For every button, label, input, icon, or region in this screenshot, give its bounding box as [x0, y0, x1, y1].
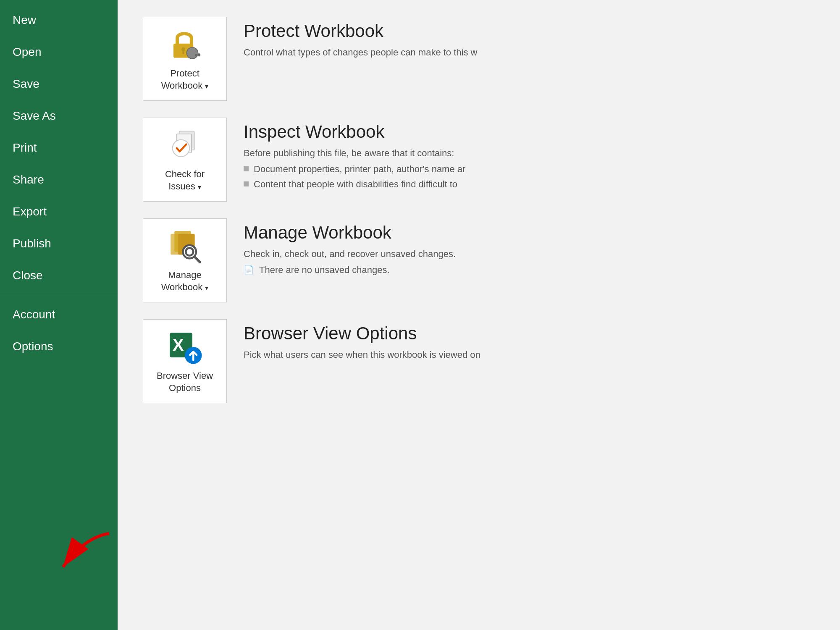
svg-point-5 [181, 47, 185, 51]
svg-rect-6 [182, 51, 184, 54]
svg-rect-3 [198, 54, 201, 57]
manage-workbook-label: ManageWorkbook ▾ [161, 269, 209, 293]
sidebar-item-save-as[interactable]: Save As [0, 100, 118, 132]
inspect-workbook-section: Check forIssues ▾ Inspect Workbook Befor… [143, 118, 815, 202]
lock-icon [166, 26, 204, 63]
protect-workbook-desc: Control what types of changes people can… [244, 47, 815, 58]
check-for-issues-label: Check forIssues ▾ [165, 168, 205, 192]
sidebar-item-close[interactable]: Close [0, 260, 118, 291]
sidebar-divider [0, 295, 118, 295]
sidebar-item-new[interactable]: New [0, 4, 118, 36]
manage-workbook-title: Manage Workbook [244, 223, 815, 243]
doc-icon: 📄 [244, 265, 254, 275]
sidebar-item-print[interactable]: Print [0, 132, 118, 164]
protect-workbook-button[interactable]: ProtectWorkbook ▾ [143, 17, 227, 101]
inspect-workbook-desc: Before publishing this file, be aware th… [244, 148, 815, 159]
main-content: ProtectWorkbook ▾ Protect Workbook Contr… [118, 0, 840, 630]
browser-view-desc: Pick what users can see when this workbo… [244, 349, 815, 360]
browser-view-label: Browser ViewOptions [157, 370, 213, 394]
browser-view-title: Browser View Options [244, 323, 815, 344]
sidebar-item-open[interactable]: Open [0, 36, 118, 68]
sidebar-item-save[interactable]: Save [0, 68, 118, 100]
manage-workbook-button[interactable]: ManageWorkbook ▾ [143, 218, 227, 302]
browser-view-icon: X [166, 328, 204, 366]
svg-text:X: X [173, 335, 184, 354]
browser-view-section: X Browser ViewOptions Browser View Optio… [143, 319, 815, 403]
bullet-icon-2 [244, 181, 249, 186]
checklist-icon [166, 126, 204, 164]
svg-point-9 [173, 140, 190, 157]
protect-workbook-section: ProtectWorkbook ▾ Protect Workbook Contr… [143, 17, 815, 101]
inspect-workbook-list: Document properties, printer path, autho… [244, 164, 815, 190]
manage-workbook-desc: Check in, check out, and recover unsaved… [244, 249, 815, 260]
manage-workbook-info: Manage Workbook Check in, check out, and… [244, 218, 815, 276]
no-unsaved-changes: 📄 There are no unsaved changes. [244, 265, 815, 276]
protect-workbook-info: Protect Workbook Control what types of c… [244, 17, 815, 63]
browser-view-button[interactable]: X Browser ViewOptions [143, 319, 227, 403]
svg-rect-4 [195, 54, 198, 57]
sidebar-item-share[interactable]: Share [0, 164, 118, 196]
list-item-2: Content that people with disabilities fi… [244, 179, 815, 190]
svg-line-15 [195, 257, 200, 262]
protect-workbook-label: ProtectWorkbook ▾ [161, 68, 209, 92]
browser-view-info: Browser View Options Pick what users can… [244, 319, 815, 365]
sidebar-item-account[interactable]: Account [0, 299, 118, 331]
list-item-1: Document properties, printer path, autho… [244, 164, 815, 175]
inspect-workbook-info: Inspect Workbook Before publishing this … [244, 118, 815, 194]
bullet-icon-1 [244, 166, 249, 171]
inspect-workbook-title: Inspect Workbook [244, 122, 815, 142]
manage-workbook-icon [166, 227, 204, 265]
sidebar-item-export[interactable]: Export [0, 196, 118, 228]
protect-workbook-title: Protect Workbook [244, 21, 815, 41]
sidebar-item-publish[interactable]: Publish [0, 228, 118, 260]
check-for-issues-button[interactable]: Check forIssues ▾ [143, 118, 227, 202]
manage-workbook-section: ManageWorkbook ▾ Manage Workbook Check i… [143, 218, 815, 302]
sidebar: New Open Save Save As Print Share Export… [0, 0, 118, 630]
sidebar-item-options[interactable]: Options [0, 331, 118, 362]
